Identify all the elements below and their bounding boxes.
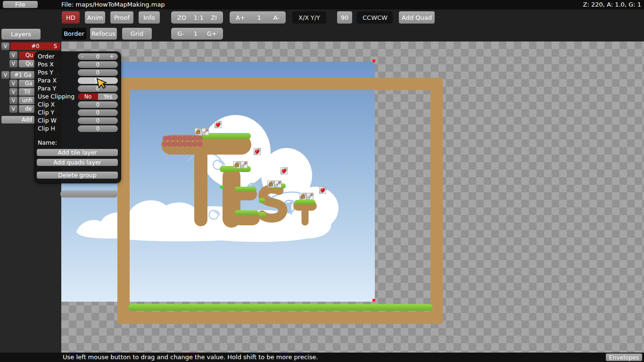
menu-bar: File File: maps/HowToMapMaking.map Z: 22… <box>0 0 644 9</box>
hd-toggle-button[interactable]: HD <box>62 11 80 24</box>
pencil-icon <box>306 193 314 200</box>
layer-label: de <box>25 106 32 112</box>
clip-x-label: Clip X <box>38 101 55 108</box>
grid-increase-button[interactable]: G+ <box>207 30 217 37</box>
flip-x-button[interactable]: X/X <box>298 14 309 21</box>
pos-x-value-control[interactable]: 0 <box>78 61 118 68</box>
envelopes-button[interactable]: Envelopes <box>606 354 642 361</box>
quad-pivot-marker[interactable] <box>220 186 223 189</box>
layer-label: Qu <box>25 60 33 67</box>
mouse-cursor <box>97 77 110 91</box>
use-clipping-toggle: No Yes <box>78 93 118 100</box>
layer-visibility-toggle[interactable]: V <box>9 105 17 113</box>
layer-label: Ga <box>25 80 33 87</box>
quad-corner-marker[interactable] <box>372 299 375 302</box>
rotate-group: CCW CW <box>356 11 393 24</box>
status-bar: Use left mouse button to drag and change… <box>0 353 644 362</box>
clip-h-value-control[interactable]: 0 <box>78 125 118 132</box>
pos-x-value: 0 <box>96 61 99 68</box>
clip-y-label: Clip Y <box>38 109 54 116</box>
rotate-amount-value[interactable]: 90 <box>337 11 352 24</box>
zoom-angle-grid-readout: Z: 220, A: 1.0, G: 1 <box>583 1 641 8</box>
zoom-control-group: ZO 1:1 ZI <box>171 11 223 24</box>
clip-h-value: 0 <box>96 125 99 132</box>
layer-visibility-toggle[interactable]: V <box>9 97 17 104</box>
layer-visibility-toggle[interactable]: V <box>9 80 17 87</box>
clip-h-label: Clip H <box>38 125 55 132</box>
anim-speed-value[interactable]: 1 <box>257 14 261 21</box>
grid-size-group: G- 1 G+ <box>171 28 223 40</box>
pos-x-label: Pos X <box>38 61 54 68</box>
pencil-icon <box>274 181 281 188</box>
flip-y-button[interactable]: Y/Y <box>311 14 320 21</box>
quad-corner-marker[interactable] <box>372 59 375 62</box>
heart-icon <box>254 148 261 155</box>
window-title: File: maps/HowToMapMaking.map <box>61 1 165 8</box>
file-menu-button[interactable]: File <box>3 1 38 8</box>
map-canvas[interactable] <box>61 41 644 353</box>
zoom-in-button[interactable]: ZI <box>211 14 217 21</box>
delete-group-button[interactable]: Delete group <box>37 172 118 179</box>
pencil-icon <box>240 161 248 168</box>
border-button[interactable]: Border <box>62 28 86 40</box>
zoom-out-button[interactable]: ZO <box>177 14 186 21</box>
group-name-input[interactable] <box>60 190 118 197</box>
layer-visibility-toggle[interactable]: V <box>9 51 17 59</box>
zoom-reset-button[interactable]: 1:1 <box>194 14 204 21</box>
nohook-overlay-tiles <box>163 135 203 147</box>
rotate-ccw-button[interactable]: CCW <box>363 14 377 21</box>
use-clipping-label: Use Clipping <box>38 93 74 100</box>
layer-label: Qu <box>25 52 33 58</box>
layer-label: unh <box>22 97 33 104</box>
para-y-label: Para Y <box>38 85 56 92</box>
layer-group-badge: S <box>54 43 57 49</box>
add-tile-layer-button[interactable]: Add tile layer <box>37 149 118 156</box>
para-x-label: Para X <box>38 77 57 84</box>
clipping-yes-option[interactable]: Yes <box>98 93 118 100</box>
flip-group: X/X Y/Y <box>292 11 326 24</box>
grid-decrease-button[interactable]: G- <box>177 30 184 37</box>
clip-x-value-control[interactable]: 0 <box>78 101 118 108</box>
status-hint-text: Use left mouse button to drag and change… <box>63 354 318 361</box>
layer-visibility-toggle[interactable]: V <box>9 60 17 67</box>
grid-size-value[interactable]: 1 <box>194 30 198 37</box>
layer-visibility-toggle[interactable]: V <box>9 88 17 96</box>
order-increase[interactable]: + <box>109 53 114 60</box>
refocus-button[interactable]: Refocus <box>90 28 117 40</box>
pos-y-value-control[interactable]: 0 <box>78 69 118 76</box>
add-quad-button[interactable]: Add Quad <box>399 11 435 24</box>
anim-speed-up-button[interactable]: A+ <box>236 14 245 21</box>
clip-w-value-control[interactable]: 0 <box>78 117 118 124</box>
map-editor-window: File File: maps/HowToMapMaking.map Z: 22… <box>0 0 644 362</box>
order-value: 0 <box>96 53 99 60</box>
anim-toggle-button[interactable]: Anim <box>85 11 105 24</box>
armor-icon <box>195 128 202 135</box>
anim-speed-group: A+ 1 A- <box>230 11 286 24</box>
armor-icon <box>299 193 306 200</box>
layer-visibility-toggle[interactable]: V <box>1 42 9 50</box>
map-render <box>61 41 644 353</box>
layer-group-label: #1 Ga <box>14 72 32 78</box>
heart-icon <box>319 187 326 194</box>
rotate-cw-button[interactable]: CW <box>377 14 388 21</box>
pos-y-value: 0 <box>96 69 99 76</box>
order-label: Order <box>38 53 55 60</box>
layer-group-row[interactable]: #0 S <box>10 42 60 50</box>
add-quads-layer-button[interactable]: Add quads layer <box>37 159 118 166</box>
bottom-grass-strip <box>128 304 433 311</box>
clip-y-value: 0 <box>96 109 99 116</box>
grid-button[interactable]: Grid <box>122 28 152 40</box>
order-decrease[interactable]: - <box>82 53 83 60</box>
proof-toggle-button[interactable]: Proof <box>110 11 133 24</box>
anim-speed-down-button[interactable]: A- <box>273 14 280 21</box>
layers-panel-header[interactable]: Layers <box>1 29 41 40</box>
clipping-no-option[interactable]: No <box>78 93 98 100</box>
order-value-control[interactable]: - 0 + <box>78 53 118 60</box>
info-toggle-button[interactable]: Info <box>139 11 160 24</box>
heart-icon <box>215 121 222 128</box>
layer-visibility-toggle[interactable]: V <box>1 71 9 79</box>
layer-group-label: #0 <box>32 43 40 49</box>
clip-w-value: 0 <box>96 117 99 124</box>
clip-y-value-control[interactable]: 0 <box>78 109 118 116</box>
name-label: Name: <box>38 139 57 146</box>
